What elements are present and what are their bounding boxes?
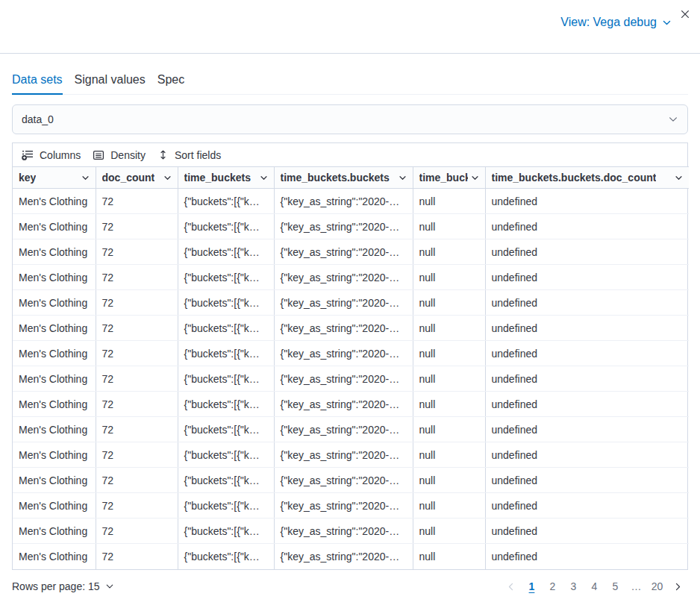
pagination-page-3[interactable]: 3 [563,577,584,597]
table-cell[interactable]: {"buckets":[{"k… [178,265,274,290]
next-page-icon[interactable] [668,577,688,597]
table-cell[interactable]: Men's Clothing [13,493,96,518]
chevron-down-icon[interactable] [163,174,172,182]
table-cell[interactable]: Men's Clothing [13,290,96,316]
column-header-time-buckets[interactable]: time_buckets [178,167,274,189]
table-cell[interactable]: {"buckets":[{"k… [178,366,274,392]
table-cell[interactable]: 72 [96,239,178,265]
table-cell[interactable]: 72 [96,366,178,392]
rows-per-page-selector[interactable]: Rows per page: 15 [12,580,114,592]
tab-spec[interactable]: Spec [157,66,184,95]
table-cell[interactable]: 72 [96,518,178,544]
table-cell[interactable]: {"buckets":[{"k… [178,392,274,417]
table-cell[interactable]: 72 [96,214,178,239]
table-cell[interactable]: null [413,366,485,392]
chevron-down-icon[interactable] [675,174,683,182]
table-cell[interactable]: 72 [96,341,178,366]
tab-data-sets[interactable]: Data sets [12,66,63,95]
pagination-page-4[interactable]: 4 [584,577,604,597]
table-cell[interactable]: {"buckets":[{"k… [178,442,274,468]
table-cell[interactable]: Men's Clothing [13,366,96,392]
pagination-page-5[interactable]: 5 [605,577,625,597]
table-cell[interactable]: {"key_as_string":"2020-… [274,493,413,518]
table-cell[interactable]: null [413,341,485,366]
table-cell[interactable]: undefined [485,290,689,316]
table-cell[interactable]: {"key_as_string":"2020-… [274,316,413,341]
table-cell[interactable]: {"buckets":[{"k… [178,341,274,366]
view-mode-selector[interactable]: View: Vega debug [560,16,672,29]
table-cell[interactable]: null [413,265,485,290]
table-cell[interactable]: undefined [485,214,689,239]
table-cell[interactable]: {"key_as_string":"2020-… [274,239,413,265]
columns-button[interactable]: Columns [16,146,87,164]
table-cell[interactable]: null [413,392,485,417]
table-cell[interactable]: {"key_as_string":"2020-… [274,518,413,544]
table-cell[interactable]: {"key_as_string":"2020-… [274,341,413,366]
table-cell[interactable]: Men's Clothing [13,468,96,493]
column-header-doc-count[interactable]: doc_count [96,167,178,189]
table-cell[interactable]: undefined [485,189,689,214]
table-cell[interactable]: 72 [96,189,178,214]
table-cell[interactable]: null [413,417,485,442]
previous-page-icon[interactable] [501,577,521,597]
table-cell[interactable]: null [413,468,485,493]
table-cell[interactable]: null [413,290,485,316]
table-cell[interactable]: undefined [485,544,689,569]
table-cell[interactable]: {"key_as_string":"2020-… [274,290,413,316]
table-cell[interactable]: 72 [96,442,178,468]
table-cell[interactable]: undefined [485,442,689,468]
table-cell[interactable]: Men's Clothing [13,316,96,341]
table-cell[interactable]: undefined [485,468,689,493]
pagination-page-2[interactable]: 2 [543,577,563,597]
table-cell[interactable]: {"key_as_string":"2020-… [274,265,413,290]
table-cell[interactable]: 72 [96,417,178,442]
close-icon[interactable] [676,5,694,23]
table-cell[interactable]: {"key_as_string":"2020-… [274,392,413,417]
column-header-time-buckets-key[interactable]: time_buck… [413,167,485,189]
table-cell[interactable]: Men's Clothing [13,417,96,442]
table-cell[interactable]: {"buckets":[{"k… [178,189,274,214]
table-cell[interactable]: {"buckets":[{"k… [178,417,274,442]
chevron-down-icon[interactable] [260,174,268,182]
dataset-select[interactable]: data_0 [12,104,688,134]
table-cell[interactable]: {"key_as_string":"2020-… [274,366,413,392]
table-cell[interactable]: undefined [485,392,689,417]
table-cell[interactable]: undefined [485,493,689,518]
table-cell[interactable]: {"buckets":[{"k… [178,518,274,544]
table-cell[interactable]: null [413,442,485,468]
table-cell[interactable]: {"buckets":[{"k… [178,214,274,239]
table-cell[interactable]: {"key_as_string":"2020-… [274,468,413,493]
table-cell[interactable]: {"key_as_string":"2020-… [274,544,413,569]
pagination-page-20[interactable]: 20 [647,577,667,597]
table-cell[interactable]: Men's Clothing [13,442,96,468]
table-cell[interactable]: null [413,518,485,544]
table-cell[interactable]: {"key_as_string":"2020-… [274,442,413,468]
table-cell[interactable]: undefined [485,366,689,392]
chevron-down-icon[interactable] [399,174,407,182]
table-cell[interactable]: {"key_as_string":"2020-… [274,189,413,214]
table-cell[interactable]: null [413,239,485,265]
column-header-time-buckets-buckets-doc-count[interactable]: time_buckets.buckets.doc_count [485,167,689,189]
table-cell[interactable]: 72 [96,493,178,518]
table-cell[interactable]: 72 [96,316,178,341]
table-cell[interactable]: undefined [485,518,689,544]
table-cell[interactable]: 72 [96,468,178,493]
table-cell[interactable]: Men's Clothing [13,189,96,214]
pagination-page-1[interactable]: 1 [522,577,542,597]
table-cell[interactable]: {"buckets":[{"k… [178,239,274,265]
table-cell[interactable]: {"buckets":[{"k… [178,316,274,341]
table-cell[interactable]: 72 [96,290,178,316]
table-cell[interactable]: Men's Clothing [13,544,96,569]
column-header-time-buckets-buckets[interactable]: time_buckets.buckets [274,167,413,189]
density-button[interactable]: Density [87,146,151,164]
tab-signal-values[interactable]: Signal values [75,66,146,95]
table-cell[interactable]: 72 [96,392,178,417]
table-cell[interactable]: {"buckets":[{"k… [178,468,274,493]
table-cell[interactable]: Men's Clothing [13,341,96,366]
table-cell[interactable]: 72 [96,544,178,569]
table-cell[interactable]: null [413,189,485,214]
table-cell[interactable]: {"key_as_string":"2020-… [274,214,413,239]
table-cell[interactable]: Men's Clothing [13,239,96,265]
table-cell[interactable]: {"key_as_string":"2020-… [274,417,413,442]
table-cell[interactable]: 72 [96,265,178,290]
